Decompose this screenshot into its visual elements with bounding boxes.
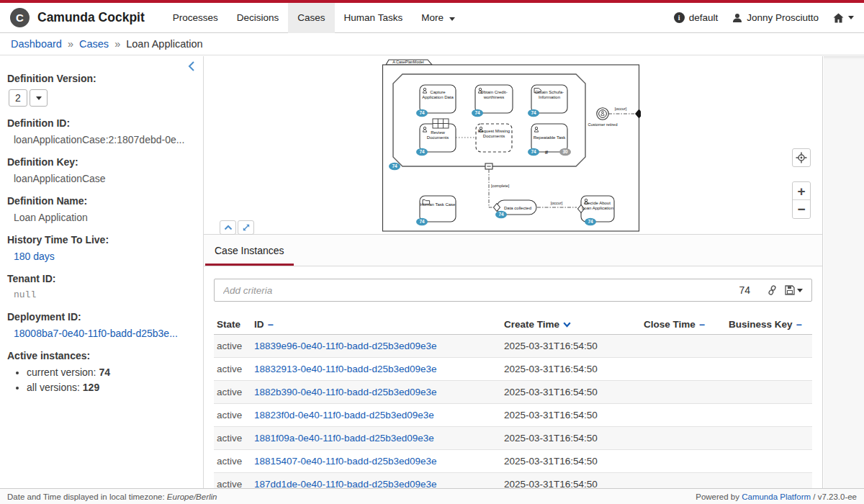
instance-link[interactable]: 18832913-0e40-11f0-badd-d25b3ed09e3e bbox=[254, 364, 436, 374]
svg-text:74: 74 bbox=[531, 149, 536, 154]
close-time-cell bbox=[641, 358, 726, 380]
all-versions-label: all versions: bbox=[27, 382, 83, 393]
sort-icon[interactable]: − bbox=[699, 315, 705, 335]
instance-link[interactable]: 187dd1de-0e40-11f0-badd-d25b3ed09e3e bbox=[254, 479, 436, 488]
svg-text:74: 74 bbox=[474, 110, 480, 115]
nav-item-decisions[interactable]: Decisions bbox=[228, 3, 289, 33]
task-label: Request Missing Documents bbox=[476, 129, 512, 139]
cmmn-diagram[interactable]: A CasePlanModel [occur] [complete] [occu… bbox=[382, 58, 641, 235]
id-cell: 18832913-0e40-11f0-badd-d25b3ed09e3e bbox=[251, 358, 501, 380]
search-input[interactable] bbox=[223, 285, 739, 296]
instance-link[interactable]: 1881f09a-0e40-11f0-badd-d25b3ed09e3e bbox=[254, 433, 434, 444]
close-time-cell bbox=[641, 473, 726, 488]
version-dropdown-button[interactable] bbox=[30, 89, 48, 107]
apps-menu[interactable] bbox=[833, 13, 854, 23]
instance-link[interactable]: 18823f0d-0e40-11f0-badd-d25b3ed09e3e bbox=[254, 410, 434, 420]
column-header-close-time[interactable]: Close Time− bbox=[641, 315, 726, 335]
collapse-diagram-button[interactable] bbox=[220, 220, 236, 235]
id-cell: 1882b390-0e40-11f0-badd-d25b3ed09e3e bbox=[251, 381, 501, 403]
breadcrumb: Dashboard » Cases » Loan Application bbox=[0, 33, 864, 55]
definition-version-control: 2 bbox=[9, 89, 193, 107]
id-cell: 18839e96-0e40-11f0-badd-d25b3ed09e3e bbox=[251, 335, 501, 357]
home-icon bbox=[833, 13, 844, 23]
business-key-cell bbox=[726, 450, 812, 472]
svg-text:74: 74 bbox=[498, 212, 504, 217]
tab-bar: Case Instances bbox=[204, 235, 822, 266]
table-row: active 18815407-0e40-11f0-badd-d25b3ed09… bbox=[214, 450, 812, 473]
tenant-id-label: Tenant ID: bbox=[7, 273, 193, 284]
diagram-area: A CasePlanModel [occur] [complete] [occu… bbox=[204, 56, 822, 235]
sidebar-collapse-button[interactable] bbox=[184, 60, 199, 74]
sort-icon[interactable]: − bbox=[268, 315, 274, 335]
maximize-diagram-button[interactable] bbox=[238, 220, 254, 235]
business-key-cell bbox=[726, 358, 812, 380]
task-label: Capture Application Data bbox=[420, 90, 456, 100]
powered-prefix: Powered by bbox=[696, 492, 742, 501]
breadcrumb-cases[interactable]: Cases bbox=[79, 33, 109, 55]
deployment-id-value[interactable]: 18008ba7-0e40-11f0-badd-d25b3e... bbox=[14, 328, 193, 339]
copy-link-button[interactable] bbox=[768, 285, 777, 295]
breadcrumb-separator: » bbox=[114, 33, 120, 55]
camunda-platform-link[interactable]: Camunda Platform bbox=[742, 492, 811, 501]
nav-item-human-tasks[interactable]: Human Tasks bbox=[335, 3, 413, 33]
current-version-label: current version: bbox=[27, 366, 99, 378]
engine-selector[interactable]: i default bbox=[674, 12, 719, 23]
reset-zoom-button[interactable] bbox=[792, 148, 811, 167]
complete-label: [complete] bbox=[491, 184, 510, 188]
info-icon: i bbox=[674, 12, 685, 23]
id-cell: 187dd1de-0e40-11f0-badd-d25b3ed09e3e bbox=[251, 473, 501, 488]
sort-desc-icon[interactable] bbox=[563, 322, 571, 328]
nav-item-cases[interactable]: Cases bbox=[288, 3, 334, 33]
event-listener-customer-retired[interactable] bbox=[597, 108, 608, 120]
svg-text:30: 30 bbox=[562, 149, 568, 154]
active-instances-list: current version: 74 all versions: 129 bbox=[27, 366, 193, 393]
camunda-cockpit-screen: C Camunda Cockpit Processes Decisions Ca… bbox=[0, 0, 864, 504]
expand-icon bbox=[242, 223, 251, 232]
column-header-create-time[interactable]: Create Time bbox=[501, 315, 641, 335]
nav-item-processes[interactable]: Processes bbox=[163, 3, 228, 33]
svg-text:74: 74 bbox=[531, 110, 536, 115]
httl-value[interactable]: 180 days bbox=[14, 251, 193, 262]
tab-case-instances[interactable]: Case Instances bbox=[205, 235, 294, 266]
id-cell: 18815407-0e40-11f0-badd-d25b3ed09e3e bbox=[251, 450, 501, 472]
search-bar: 74 bbox=[214, 279, 812, 302]
create-time-cell: 2025-03-31T16:54:50 bbox=[501, 358, 641, 380]
table-row: active 18839e96-0e40-11f0-badd-d25b3ed09… bbox=[214, 335, 812, 358]
definition-sidebar: Definition Version: 2 Definition ID: loa… bbox=[0, 56, 204, 488]
table-row: active 18823f0d-0e40-11f0-badd-d25b3ed09… bbox=[214, 404, 812, 427]
tenant-id-value: null bbox=[14, 289, 193, 300]
deployment-id-label: Deployment ID: bbox=[7, 311, 193, 323]
timezone-note: Date and Time displayed in local timezon… bbox=[7, 492, 217, 501]
save-search-button[interactable] bbox=[785, 285, 803, 295]
column-header-business-key[interactable]: Business Key− bbox=[726, 315, 812, 335]
user-menu[interactable]: Jonny Prosciutto bbox=[732, 12, 819, 23]
definition-id-label: Definition ID: bbox=[7, 117, 193, 129]
instance-link[interactable]: 18815407-0e40-11f0-badd-d25b3ed09e3e bbox=[254, 456, 436, 467]
instance-link[interactable]: 1882b390-0e40-11f0-badd-d25b3ed09e3e bbox=[254, 387, 436, 397]
chevron-up-icon bbox=[224, 225, 233, 230]
camunda-logo-icon: C bbox=[10, 8, 30, 27]
occur-label-event: [occur] bbox=[615, 107, 627, 111]
engine-name: default bbox=[689, 12, 719, 23]
column-header-id[interactable]: ID− bbox=[251, 315, 501, 335]
chevron-left-icon bbox=[187, 60, 196, 72]
breadcrumb-current: Loan Application bbox=[126, 33, 202, 55]
user-name: Jonny Prosciutto bbox=[747, 12, 819, 23]
sort-icon[interactable]: − bbox=[796, 315, 802, 335]
zoom-out-button[interactable]: − bbox=[793, 200, 810, 218]
task-label: Review Documents bbox=[420, 130, 456, 140]
navbar: C Camunda Cockpit Processes Decisions Ca… bbox=[0, 3, 864, 33]
navbar-right: i default Jonny Prosciutto bbox=[674, 12, 854, 23]
definition-id-value: loanApplicationCase:2:1807debd-0e... bbox=[14, 134, 193, 145]
instance-link[interactable]: 18839e96-0e40-11f0-badd-d25b3ed09e3e bbox=[254, 341, 436, 351]
column-header-state: State bbox=[214, 315, 251, 335]
zoom-in-button[interactable]: + bbox=[793, 182, 810, 200]
nav-item-more[interactable]: More bbox=[412, 3, 464, 33]
svg-text:74: 74 bbox=[588, 219, 593, 224]
current-version-count: 74 bbox=[99, 366, 110, 378]
case-plan-model-label: A CasePlanModel bbox=[392, 60, 424, 64]
create-time-cell: 2025-03-31T16:54:50 bbox=[501, 427, 641, 449]
breadcrumb-dashboard[interactable]: Dashboard bbox=[11, 33, 62, 55]
version-value[interactable]: 2 bbox=[9, 89, 27, 107]
definition-key-label: Definition Key: bbox=[7, 156, 193, 168]
